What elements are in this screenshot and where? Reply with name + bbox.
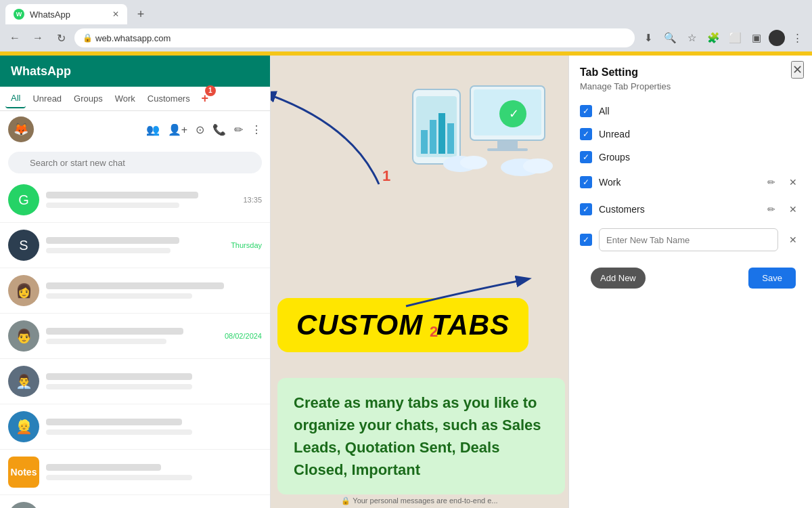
chat-item[interactable]: 👤 10/01/2024 bbox=[0, 495, 270, 508]
refresh-button[interactable]: ↻ bbox=[51, 28, 70, 47]
delete-work-icon[interactable]: ✕ bbox=[785, 174, 801, 190]
svg-text:✓: ✓ bbox=[509, 107, 519, 121]
tab-favicon: W bbox=[14, 9, 24, 20]
address-bar-row: ← → ↻ 🔒 web.whatsapp.com ⬇ 🔍 ☆ 🧩 ⬜ ▣ ⋮ bbox=[0, 24, 812, 51]
panel-item-customers: ✓ Customers ✏ ✕ bbox=[569, 196, 812, 223]
chat-info bbox=[46, 192, 236, 208]
panel-actions-row: Add New Save bbox=[569, 257, 812, 299]
panel-label-unread: Unread bbox=[599, 129, 801, 140]
checkbox-customers[interactable]: ✓ bbox=[580, 203, 592, 215]
header-icons: 👥 👤+ ⊙ 📞 ✏ ⋮ bbox=[146, 123, 262, 136]
chat-time: 13:35 bbox=[243, 196, 262, 204]
chat-info bbox=[46, 419, 255, 435]
panel-actions-work: ✏ ✕ bbox=[763, 174, 801, 190]
more-icon[interactable]: ⋮ bbox=[251, 123, 262, 136]
new-chat-icon[interactable]: ✏ bbox=[234, 123, 243, 136]
extension-icon[interactable]: 🧩 bbox=[704, 28, 723, 47]
chat-info bbox=[46, 237, 224, 253]
panel-close-button[interactable]: ✕ bbox=[791, 61, 804, 79]
desc-text: Create as many tabs as you like to organ… bbox=[294, 394, 541, 478]
chat-preview bbox=[46, 429, 192, 435]
chat-avatar: Notes bbox=[8, 457, 39, 488]
chat-item[interactable]: 👩 bbox=[0, 268, 270, 314]
custom-tabs-box: CUSTOM TABS bbox=[277, 298, 528, 352]
chat-avatar: 👤 bbox=[8, 502, 39, 508]
zoom-icon[interactable]: 🔍 bbox=[660, 28, 679, 47]
footnote: 🔒 Your personal messages are end-to-end … bbox=[341, 496, 497, 505]
chat-item[interactable]: S Thursday bbox=[0, 223, 270, 268]
panel-item-all: ✓ All bbox=[569, 100, 812, 123]
chat-list-header: 🦊 👥 👤+ ⊙ 📞 ✏ ⋮ bbox=[0, 111, 270, 148]
tab-bar: W WhatsApp ✕ + bbox=[0, 0, 812, 24]
tab-unread[interactable]: Unread bbox=[27, 89, 67, 108]
menu-icon[interactable]: ⋮ bbox=[788, 28, 807, 47]
right-panel: ✕ Tab Setting Manage Tab Properties ✓ Al… bbox=[568, 56, 812, 508]
chat-info bbox=[46, 328, 218, 344]
new-tab-input[interactable] bbox=[599, 228, 778, 251]
tab-add-button[interactable]: + 1 bbox=[197, 91, 213, 107]
new-group-icon[interactable]: 👤+ bbox=[168, 123, 187, 136]
sidebar-icon[interactable]: ▣ bbox=[747, 28, 766, 47]
tab-all[interactable]: All bbox=[5, 89, 26, 108]
search-bar: 🔍 bbox=[0, 148, 270, 177]
chat-preview bbox=[46, 203, 179, 208]
svg-rect-2 bbox=[421, 130, 428, 154]
profile-dot[interactable] bbox=[769, 30, 785, 46]
search-input[interactable] bbox=[8, 152, 262, 173]
panel-label-work: Work bbox=[599, 177, 757, 188]
edit-work-icon[interactable]: ✏ bbox=[763, 174, 780, 190]
tab-title: WhatsApp bbox=[30, 9, 70, 20]
edit-customers-icon[interactable]: ✏ bbox=[763, 201, 780, 217]
chat-info bbox=[46, 373, 255, 389]
tab-groups[interactable]: Groups bbox=[68, 89, 108, 108]
panel-label-all: All bbox=[599, 106, 801, 117]
tab-customers[interactable]: Customers bbox=[142, 89, 196, 108]
browser-tab[interactable]: W WhatsApp ✕ bbox=[5, 4, 127, 24]
checkbox-unread[interactable]: ✓ bbox=[580, 128, 592, 140]
chat-item[interactable]: 👱 bbox=[0, 404, 270, 450]
new-tab-button[interactable]: + bbox=[131, 5, 150, 24]
chat-preview bbox=[46, 384, 192, 389]
svg-rect-9 bbox=[487, 148, 528, 151]
save-button[interactable]: Save bbox=[748, 268, 796, 289]
chat-item[interactable]: G 13:35 bbox=[0, 177, 270, 223]
panel-item-work: ✓ Work ✏ ✕ bbox=[569, 169, 812, 196]
status-icon[interactable]: ⊙ bbox=[196, 123, 204, 136]
chat-preview bbox=[46, 248, 171, 253]
delete-new-icon[interactable]: ✕ bbox=[785, 232, 801, 248]
checkbox-work[interactable]: ✓ bbox=[580, 176, 592, 188]
star-icon[interactable]: ☆ bbox=[682, 28, 701, 47]
checkbox-groups[interactable]: ✓ bbox=[580, 151, 592, 163]
chat-item[interactable]: Notes bbox=[0, 450, 270, 495]
address-input[interactable]: 🔒 web.whatsapp.com bbox=[74, 28, 635, 47]
chat-item[interactable]: 👨 08/02/2024 bbox=[0, 314, 270, 359]
chat-avatar: 👨‍💼 bbox=[8, 366, 39, 397]
chat-info bbox=[46, 282, 255, 299]
url-text: web.whatsapp.com bbox=[95, 33, 171, 43]
chat-time: Thursday bbox=[231, 241, 262, 249]
puzzle-icon[interactable]: ⬜ bbox=[725, 28, 744, 47]
chat-avatar: G bbox=[8, 184, 39, 215]
call-icon[interactable]: 📞 bbox=[212, 123, 226, 136]
svg-point-13 bbox=[460, 156, 487, 169]
tab-add-badge: 1 bbox=[205, 85, 216, 96]
chat-name bbox=[46, 237, 179, 244]
checkbox-all[interactable]: ✓ bbox=[580, 105, 592, 117]
whatsapp-split: WhatsApp All Unread Groups Work Customer… bbox=[0, 56, 568, 508]
tab-close-button[interactable]: ✕ bbox=[112, 9, 119, 19]
svg-rect-8 bbox=[497, 140, 518, 148]
checkbox-new[interactable]: ✓ bbox=[580, 234, 592, 246]
chat-item[interactable]: 👨‍💼 bbox=[0, 359, 270, 404]
tab-work[interactable]: Work bbox=[110, 89, 141, 108]
svg-point-15 bbox=[523, 158, 553, 173]
delete-customers-icon[interactable]: ✕ bbox=[785, 201, 801, 217]
new-community-icon[interactable]: 👥 bbox=[146, 123, 160, 136]
chat-name bbox=[46, 464, 161, 471]
download-icon[interactable]: ⬇ bbox=[639, 28, 658, 47]
add-new-button[interactable]: Add New bbox=[591, 268, 646, 289]
forward-button[interactable]: → bbox=[28, 28, 47, 47]
toolbar-icons: ⬇ 🔍 ☆ 🧩 ⬜ ▣ ⋮ bbox=[639, 28, 807, 47]
chat-preview bbox=[46, 475, 192, 480]
chat-name bbox=[46, 192, 198, 198]
back-button[interactable]: ← bbox=[5, 28, 24, 47]
